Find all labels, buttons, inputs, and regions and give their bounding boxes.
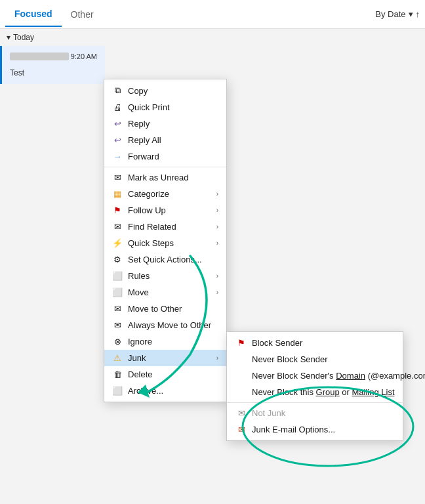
submenu-arrow-find-related: › <box>216 223 218 230</box>
tab-other[interactable]: Other <box>62 3 103 26</box>
submenu-arrow-follow-up: › <box>216 207 218 214</box>
print-icon: 🖨 <box>112 102 123 112</box>
menu-label-archive: Archive... <box>128 386 218 396</box>
group-header: ▾ Today <box>0 29 105 46</box>
submenu-item-not-junk: ✉Not Junk <box>227 405 403 421</box>
submenu-label-not-junk: Not Junk <box>252 408 394 418</box>
quicksteps-icon: ⚡ <box>112 238 123 248</box>
submenu-label-block-sender: Block Sender <box>252 338 394 348</box>
junk-icon: ⚠ <box>112 353 123 363</box>
alwaysmove-icon: ✉ <box>112 320 123 330</box>
menu-item-quick-print[interactable]: 🖨Quick Print <box>104 99 226 116</box>
unread-icon: ✉ <box>112 173 123 182</box>
tab-focused[interactable]: Focused <box>5 2 62 27</box>
menu-separator <box>104 167 226 167</box>
menu-item-rules[interactable]: ⬜Rules› <box>104 268 226 284</box>
email-subject: Test <box>10 68 97 77</box>
submenu-separator <box>227 402 403 403</box>
menu-label-mark-unread: Mark as Unread <box>128 173 218 182</box>
submenu-arrow-quick-steps: › <box>216 240 218 247</box>
menu-label-quick-print: Quick Print <box>128 102 218 112</box>
menu-label-reply: Reply <box>128 119 218 129</box>
menu-item-forward[interactable]: →Forward <box>104 148 226 165</box>
submenu-arrow-junk: › <box>216 354 218 362</box>
categorize-icon: ▦ <box>112 189 123 199</box>
menu-label-follow-up: Follow Up <box>128 205 211 215</box>
submenu-arrow-move: › <box>216 289 218 296</box>
submenu-label-never-block-group: Never Block this Group or Mailing List <box>252 387 395 397</box>
blocksender-icon: ⚑ <box>236 338 247 348</box>
submenu-arrow-categorize: › <box>216 190 218 198</box>
replyall-icon: ↩ <box>112 135 123 145</box>
email-time: 9:20 AM <box>71 52 97 60</box>
menu-label-copy: Copy <box>128 86 218 96</box>
menu-item-reply-all[interactable]: ↩Reply All <box>104 132 226 148</box>
group-collapse-icon: ▾ <box>7 33 10 42</box>
submenu-label-never-block-sender: Never Block Sender <box>252 354 394 364</box>
email-item[interactable]: 9:20 AM Test <box>0 46 105 84</box>
menu-item-quick-steps[interactable]: ⚡Quick Steps› <box>104 235 226 251</box>
followup-icon: ⚑ <box>112 205 123 215</box>
forward-icon: → <box>112 152 123 161</box>
menu-item-ignore[interactable]: ⊗Ignore <box>104 333 226 350</box>
reply-icon: ↩ <box>112 119 123 129</box>
menu-item-find-related[interactable]: ✉Find Related› <box>104 219 226 235</box>
menu-label-reply-all: Reply All <box>128 135 218 145</box>
findrelated-icon: ✉ <box>112 222 123 232</box>
menu-item-junk[interactable]: ⚠Junk› <box>104 350 226 366</box>
menu-item-archive[interactable]: ⬜Archive... <box>104 383 226 399</box>
email-sender <box>10 52 69 60</box>
submenu-item-never-block-sender[interactable]: Never Block Sender <box>227 351 403 368</box>
menu-label-find-related: Find Related <box>128 222 211 232</box>
rules-icon: ⬜ <box>112 271 123 281</box>
submenu-label-never-block-domain: Never Block Sender's Domain (@example.co… <box>252 371 425 381</box>
tab-bar: Focused Other By Date ▾ ↑ <box>0 0 425 29</box>
menu-label-move-to-other: Move to Other <box>128 304 218 314</box>
group-header-label: Today <box>13 33 34 42</box>
sort-dropdown-icon: ▾ <box>409 9 413 19</box>
submenu-arrow-rules: › <box>216 272 218 280</box>
menu-label-always-move-to-other: Always Move to Other <box>128 320 218 330</box>
menu-label-categorize: Categorize <box>128 189 211 199</box>
menu-item-delete[interactable]: 🗑Delete <box>104 366 226 383</box>
setquickactions-icon: ⚙ <box>112 255 123 264</box>
menu-label-quick-steps: Quick Steps <box>128 238 211 248</box>
menu-item-categorize[interactable]: ▦Categorize› <box>104 186 226 202</box>
menu-item-reply[interactable]: ↩Reply <box>104 116 226 132</box>
menu-label-set-quick-actions: Set Quick Actions... <box>128 255 218 264</box>
menu-item-move-to-other[interactable]: ✉Move to Other <box>104 301 226 317</box>
menu-label-junk: Junk <box>128 353 211 363</box>
submenu-item-block-sender[interactable]: ⚑Block Sender <box>227 335 403 351</box>
delete-icon: 🗑 <box>112 369 123 379</box>
move-icon: ⬜ <box>112 287 123 297</box>
menu-item-set-quick-actions[interactable]: ⚙Set Quick Actions... <box>104 251 226 268</box>
menu-item-follow-up[interactable]: ⚑Follow Up› <box>104 202 226 219</box>
junkoptions-icon: ✉ <box>236 425 247 434</box>
menu-item-always-move-to-other[interactable]: ✉Always Move to Other <box>104 317 226 333</box>
copy-icon: ⧉ <box>112 85 123 96</box>
archive-icon: ⬜ <box>112 386 123 396</box>
menu-item-move[interactable]: ⬜Move› <box>104 284 226 301</box>
menu-label-delete: Delete <box>128 369 218 379</box>
menu-item-mark-unread[interactable]: ✉Mark as Unread <box>104 169 226 186</box>
context-menu: ⧉Copy🖨Quick Print↩Reply↩Reply All→Forwar… <box>104 79 227 402</box>
submenu-item-never-block-domain[interactable]: Never Block Sender's Domain (@example.co… <box>227 368 403 384</box>
menu-label-ignore: Ignore <box>128 337 218 346</box>
menu-label-forward: Forward <box>128 152 218 161</box>
menu-label-rules: Rules <box>128 271 211 281</box>
sort-direction-icon[interactable]: ↑ <box>416 9 420 19</box>
junk-submenu: ⚑Block SenderNever Block SenderNever Blo… <box>226 331 403 441</box>
menu-label-move: Move <box>128 287 211 297</box>
moveother-icon: ✉ <box>112 304 123 314</box>
sort-label: By Date <box>375 9 405 19</box>
email-list: ▾ Today 9:20 AM Test <box>0 29 105 84</box>
submenu-item-never-block-group[interactable]: Never Block this Group or Mailing List <box>227 384 403 400</box>
sort-control[interactable]: By Date ▾ ↑ <box>375 9 420 19</box>
submenu-label-junk-options: Junk E-mail Options... <box>252 425 394 434</box>
ignore-icon: ⊗ <box>112 337 123 346</box>
mail-icon: ✉ <box>236 408 247 418</box>
menu-item-copy[interactable]: ⧉Copy <box>104 82 226 99</box>
submenu-item-junk-options[interactable]: ✉Junk E-mail Options... <box>227 421 403 438</box>
